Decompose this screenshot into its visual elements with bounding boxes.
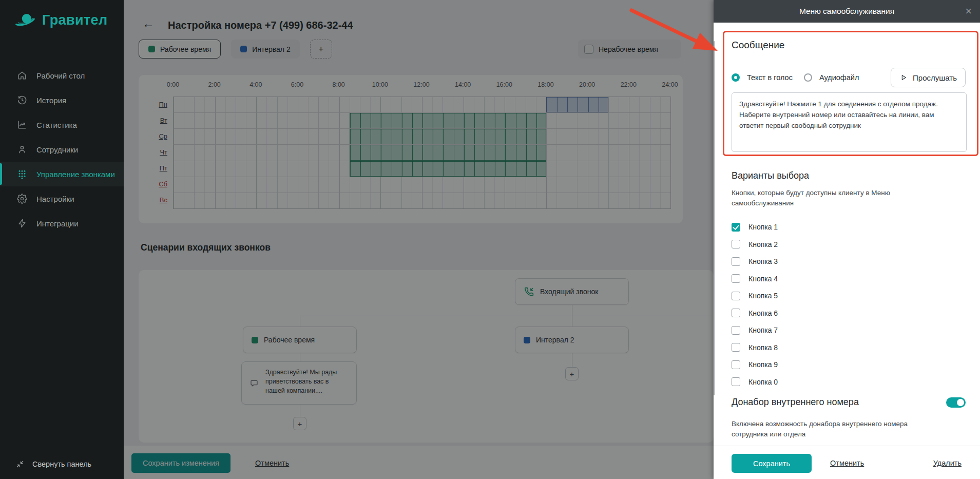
option-checkbox[interactable] (732, 309, 740, 317)
save-changes-button[interactable]: Сохранить изменения (131, 453, 230, 473)
back-button[interactable]: ← (142, 17, 155, 30)
listen-button[interactable]: Прослушать (891, 68, 966, 87)
schedule-block-work[interactable] (350, 113, 546, 128)
interval2-dot (524, 337, 530, 343)
day-label[interactable]: Чт (146, 148, 167, 156)
option-checkbox[interactable] (732, 360, 740, 369)
sidebar-item[interactable]: Управление звонками (0, 162, 124, 186)
option-checkbox[interactable] (732, 292, 740, 300)
schedule-row[interactable] (174, 193, 670, 208)
time-tick-label: 18:00 (537, 81, 553, 88)
add-interval-button[interactable]: + (310, 40, 332, 59)
day-label[interactable]: Пн (146, 101, 167, 108)
day-label[interactable]: Вт (146, 117, 167, 124)
option-label[interactable]: Кнопка 9 (748, 360, 778, 369)
logo[interactable]: Гравител (13, 8, 108, 32)
panel-cancel-link[interactable]: Отменить (830, 459, 864, 467)
toggle-knob (957, 399, 964, 406)
sidebar-item[interactable]: Сотрудники (0, 137, 124, 162)
sidebar-item[interactable]: Интеграции (0, 211, 124, 236)
sidebar-item[interactable]: Статистика (0, 112, 124, 137)
menu-button-option: Кнопка 8 (732, 343, 966, 352)
main-footer: Сохранить изменения Отменить (124, 446, 714, 479)
option-label[interactable]: Кнопка 2 (748, 240, 778, 248)
sidebar-item[interactable]: История (0, 88, 124, 112)
logo-text: Гравител (42, 12, 108, 28)
add-step-button[interactable]: + (565, 367, 579, 380)
schedule-block-interval2[interactable] (546, 97, 608, 112)
time-tick-label: 16:00 (496, 81, 512, 88)
schedule-row[interactable] (174, 177, 670, 193)
page-title: Настройка номера +7 (499) 686-32-44 (168, 20, 353, 31)
option-label[interactable]: Кнопка 6 (748, 309, 778, 317)
schedule-row[interactable] (174, 129, 670, 145)
option-label[interactable]: Кнопка 4 (748, 275, 778, 283)
option-label[interactable]: Кнопка 1 (748, 223, 778, 231)
interval-color-dot (240, 46, 247, 52)
option-checkbox[interactable] (732, 343, 740, 352)
panel-header: Меню самообслуживания × (714, 0, 980, 23)
option-checkbox[interactable] (732, 377, 740, 386)
interval-tab-label: Интервал 2 (252, 45, 291, 53)
greeting-message-node[interactable]: Здравствуйте! Мы рады приветствовать вас… (241, 361, 357, 405)
employees-icon (17, 144, 27, 155)
day-label[interactable]: Сб (146, 180, 167, 188)
option-checkbox[interactable] (732, 326, 740, 335)
cancel-link[interactable]: Отменить (255, 459, 289, 467)
panel-save-button[interactable]: Сохранить (732, 454, 812, 473)
sidebar-item-label: Сотрудники (36, 145, 78, 154)
close-icon[interactable]: × (965, 6, 972, 17)
menu-button-option: Кнопка 2 (732, 240, 966, 248)
option-label[interactable]: Кнопка 5 (748, 292, 778, 300)
scenarios-flowchart: Входящий звонок Рабочее время Интервал 2… (139, 270, 714, 443)
panel-delete-link[interactable]: Удалить (933, 459, 962, 467)
sidebar-item[interactable]: Настройки (0, 186, 124, 211)
work-time-node[interactable]: Рабочее время (243, 327, 357, 353)
time-tick-label: 0:00 (167, 81, 179, 88)
sidebar-item-label: История (36, 96, 66, 105)
option-label[interactable]: Кнопка 3 (748, 257, 778, 265)
day-label[interactable]: Пт (146, 164, 167, 172)
interval-tab[interactable]: Интервал 2 (231, 40, 300, 59)
interval2-node[interactable]: Интервал 2 (515, 327, 629, 353)
sidebar-nav: Рабочий столИсторияСтатистикаСотрудникиУ… (0, 63, 124, 236)
home-icon (17, 70, 27, 81)
tts-radio[interactable] (732, 73, 740, 82)
option-checkbox[interactable] (732, 223, 740, 232)
schedule-block-work[interactable] (350, 129, 546, 144)
incoming-call-node[interactable]: Входящий звонок (515, 278, 629, 305)
sidebar: Гравител Рабочий столИсторияСтатистикаСо… (0, 0, 124, 479)
schedule-row[interactable] (174, 145, 670, 161)
schedule-row[interactable] (174, 113, 670, 129)
option-checkbox[interactable] (732, 240, 740, 248)
sidebar-item[interactable]: Рабочий стол (0, 63, 124, 88)
nonworking-time-chip[interactable]: Нерабочее время (578, 40, 681, 59)
day-label[interactable]: Ср (146, 132, 167, 140)
nonworking-checkbox[interactable] (584, 45, 593, 54)
day-label[interactable]: Вс (146, 196, 167, 204)
nonworking-label: Нерабочее время (599, 45, 658, 53)
schedule-row[interactable] (174, 161, 670, 177)
schedule-block-work[interactable] (350, 145, 546, 160)
schedule-block-work[interactable] (350, 161, 546, 177)
interval-tab[interactable]: Рабочее время (139, 40, 221, 59)
tts-radio-label[interactable]: Текст в голос (747, 73, 793, 82)
scenarios-title: Сценарии входящих звонков (141, 242, 271, 253)
option-label[interactable]: Кнопка 8 (748, 343, 778, 352)
audiofile-radio[interactable] (804, 73, 812, 82)
add-step-button[interactable]: + (293, 417, 306, 430)
option-checkbox[interactable] (732, 257, 740, 266)
schedule-row[interactable] (174, 97, 670, 113)
redial-toggle[interactable] (946, 397, 966, 408)
schedule-grid[interactable] (173, 97, 671, 209)
redial-description: Включена возможность донабора внутреннег… (732, 419, 911, 440)
collapse-panel-button[interactable]: Свернуть панель (15, 459, 91, 469)
audiofile-radio-label[interactable]: Аудиофайл (819, 73, 859, 82)
tts-text-input[interactable]: Здравствуйте! Нажмите 1 для соединения с… (732, 92, 967, 152)
option-checkbox[interactable] (732, 274, 740, 283)
sidebar-item-label: Управление звонками (36, 170, 115, 179)
menu-button-option: Кнопка 1 (732, 223, 966, 232)
option-label[interactable]: Кнопка 0 (748, 378, 778, 386)
message-source-radio-group: Текст в голос Аудиофайл Прослушать (732, 68, 966, 87)
option-label[interactable]: Кнопка 7 (748, 326, 778, 334)
